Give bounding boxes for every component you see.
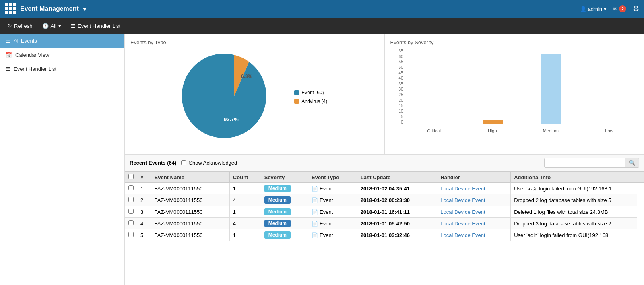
cell-checkbox[interactable]: [125, 229, 137, 241]
bar-chart-title: Events by Severity: [390, 39, 639, 45]
search-input[interactable]: [545, 158, 625, 167]
cell-checkbox[interactable]: [125, 194, 137, 206]
cell-handler[interactable]: Local Device Event: [437, 229, 511, 241]
table-row[interactable]: 4 FAZ-VM0000111550 4 Medium 📄Event 2018-…: [125, 218, 644, 229]
select-all-checkbox[interactable]: [128, 174, 134, 179]
th-checkbox: [125, 172, 137, 183]
cell-handler[interactable]: Local Device Event: [437, 183, 511, 194]
cell-last-update: 2018-01-02 04:35:41: [357, 183, 437, 194]
grid-icon: [5, 3, 16, 14]
cell-last-update: 2018-01-01 16:41:11: [357, 206, 437, 218]
cell-count: 4: [229, 194, 261, 206]
bar-chart-area: [405, 49, 639, 124]
show-acknowledged-checkbox[interactable]: [181, 160, 186, 165]
events-tbody: 1 FAZ-VM0000111550 1 Medium 📄Event 2018-…: [125, 183, 644, 241]
settings-icon[interactable]: ⚙: [633, 4, 639, 13]
pie-container: 93.7% 6.3% Event (60) Antivirus (4): [130, 49, 379, 145]
mail-button[interactable]: ✉ 2: [613, 5, 626, 12]
handler-link[interactable]: Local Device Event: [440, 186, 485, 192]
cell-event-type: 📄Event: [308, 194, 357, 206]
admin-menu[interactable]: 👤 admin ▾: [580, 6, 607, 12]
row-checkbox[interactable]: [128, 220, 134, 225]
top-nav: Event Management ▾ 👤 admin ▾ ✉ 2 ⚙: [0, 0, 644, 18]
th-scroll-space: [637, 172, 644, 183]
bar-high: [463, 49, 522, 124]
cell-checkbox[interactable]: [125, 218, 137, 229]
mail-badge: 2: [619, 5, 626, 12]
antivirus-legend-dot: [294, 99, 299, 104]
refresh-label: Refresh: [14, 23, 33, 29]
cell-handler[interactable]: Local Device Event: [437, 194, 511, 206]
app-logo[interactable]: Event Management ▾: [5, 3, 86, 14]
event-handler-list-button[interactable]: ☰ Event Handler List: [68, 21, 124, 31]
table-row[interactable]: 5 FAZ-VM0000111550 1 Medium 📄Event 2018-…: [125, 229, 644, 241]
cell-additional-info: User 'adin' login failed from GUI(192.16…: [511, 229, 637, 241]
cell-last-update: 2018-01-02 00:23:30: [357, 194, 437, 206]
row-checkbox[interactable]: [128, 197, 134, 202]
cell-severity: Medium: [261, 183, 308, 194]
cell-handler[interactable]: Local Device Event: [437, 206, 511, 218]
row-checkbox[interactable]: [128, 232, 134, 237]
app-name: Event Management: [20, 5, 79, 12]
all-button[interactable]: 🕐 All ▾: [39, 21, 64, 31]
th-handler: Handler: [437, 172, 511, 183]
refresh-icon: ↻: [7, 23, 12, 29]
severity-badge: Medium: [264, 231, 291, 239]
sidebar-item-all-events[interactable]: ☰ All Events: [0, 34, 124, 48]
clock-icon: 🕐: [42, 23, 49, 29]
table-row[interactable]: 2 FAZ-VM0000111550 4 Medium 📄Event 2018-…: [125, 194, 644, 206]
search-box: 🔍: [544, 158, 639, 168]
cell-event-type: 📄Event: [308, 206, 357, 218]
x-axis: Critical High Medium Low: [405, 128, 639, 133]
handler-link[interactable]: Local Device Event: [440, 209, 485, 215]
events-table-wrapper[interactable]: # Event Name Count Severity Event Type L…: [125, 171, 644, 285]
calendar-label: Calendar View: [15, 52, 49, 58]
mail-icon: ✉: [613, 6, 617, 12]
events-table: # Event Name Count Severity Event Type L…: [125, 171, 644, 241]
cell-event-type: 📄Event: [308, 183, 357, 194]
handler-link[interactable]: Local Device Event: [440, 197, 485, 203]
pie-label-antivirus: 6.3%: [241, 74, 252, 79]
th-count: Count: [229, 172, 261, 183]
bar-low: [580, 49, 638, 124]
handler-link[interactable]: Local Device Event: [440, 221, 485, 227]
events-section: Recent Events (64) Show Acknowledged 🔍 #: [125, 155, 644, 285]
sidebar-item-calendar-view[interactable]: 📅 Calendar View: [0, 48, 124, 62]
row-checkbox[interactable]: [128, 209, 134, 214]
cell-event-type: 📄Event: [308, 218, 357, 229]
pie-legend: Event (60) Antivirus (4): [294, 90, 327, 104]
cell-checkbox[interactable]: [125, 183, 137, 194]
row-checkbox[interactable]: [128, 185, 134, 190]
cell-num: 2: [137, 194, 151, 206]
cell-event-name: FAZ-VM0000111550: [151, 183, 229, 194]
table-row[interactable]: 3 FAZ-VM0000111550 1 Medium 📄Event 2018-…: [125, 206, 644, 218]
search-button[interactable]: 🔍: [625, 158, 639, 167]
show-acknowledged-label[interactable]: Show Acknowledged: [181, 160, 237, 166]
handler-link[interactable]: Local Device Event: [440, 232, 485, 238]
x-label-high: High: [463, 128, 522, 133]
cell-checkbox[interactable]: [125, 206, 137, 218]
event-type-icon: 📄: [312, 197, 318, 203]
severity-badge: Medium: [264, 220, 291, 227]
charts-row: Events by Type: [125, 34, 644, 155]
cell-severity: Medium: [261, 194, 308, 206]
cell-last-update: 2018-01-01 05:42:50: [357, 218, 437, 229]
severity-badge: Medium: [264, 185, 291, 192]
cell-count: 1: [229, 183, 261, 194]
all-events-label: All Events: [14, 38, 37, 44]
cell-severity: Medium: [261, 229, 308, 241]
bar-critical: [405, 49, 464, 124]
th-event-type: Event Type: [308, 172, 357, 183]
refresh-button[interactable]: ↻ Refresh: [4, 21, 36, 31]
sidebar: ☰ All Events 📅 Calendar View ☰ Event Han…: [0, 34, 125, 285]
cell-additional-info: User 'شبه' login failed from GUI(192.168…: [511, 183, 637, 194]
admin-chevron: ▾: [604, 6, 607, 12]
severity-badge: Medium: [264, 196, 291, 204]
sidebar-item-event-handler-list[interactable]: ☰ Event Handler List: [0, 62, 124, 76]
admin-label: admin: [588, 6, 602, 12]
cell-handler[interactable]: Local Device Event: [437, 218, 511, 229]
event-type-icon: 📄: [312, 186, 318, 192]
table-row[interactable]: 1 FAZ-VM0000111550 1 Medium 📄Event 2018-…: [125, 183, 644, 194]
events-title: Recent Events (64): [130, 160, 176, 166]
cell-num: 4: [137, 218, 151, 229]
